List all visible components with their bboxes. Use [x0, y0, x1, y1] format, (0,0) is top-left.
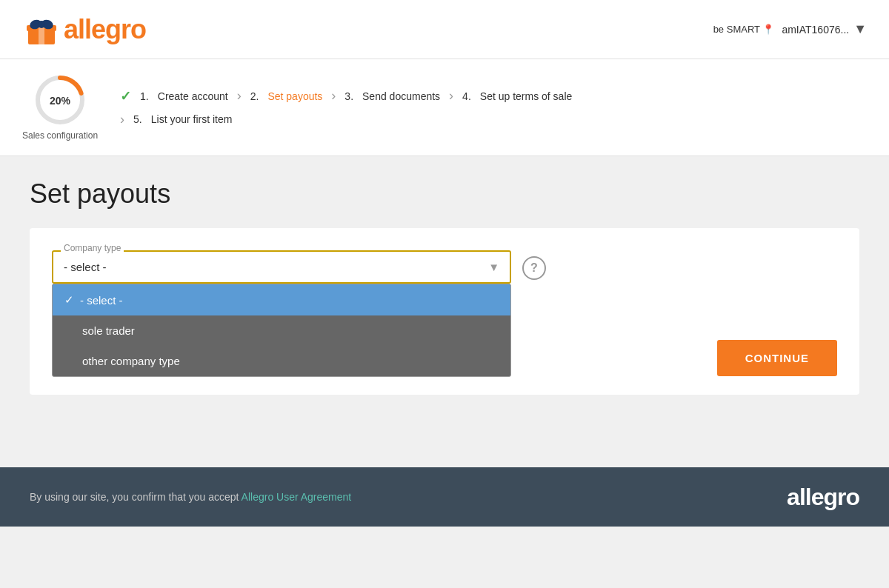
- logo: allegro: [22, 10, 146, 49]
- step2-label: Set payouts: [267, 90, 322, 102]
- step3-arrow-icon: ›: [331, 88, 336, 104]
- be-smart-label: be SMART 📍: [713, 24, 775, 35]
- field-group: Company type - select - ▼ ✓ - select - s…: [52, 250, 837, 284]
- circle-progress: 20% Sales configuration: [22, 74, 98, 141]
- header: allegro be SMART 📍 amIAT16076... ▼: [0, 0, 889, 59]
- select-chevron-icon: ▼: [488, 261, 499, 273]
- step4-arrow-icon: ›: [449, 88, 453, 104]
- sales-config-label: Sales configuration: [22, 130, 98, 141]
- company-type-label: Company type: [61, 243, 124, 253]
- header-right: be SMART 📍 amIAT16076... ▼: [713, 21, 867, 37]
- continue-button[interactable]: CONTINUE: [717, 340, 837, 376]
- company-type-field: Company type - select - ▼ ✓ - select - s…: [52, 250, 511, 284]
- step2-arrow-icon: ›: [237, 88, 242, 104]
- form-card: Company type - select - ▼ ✓ - select - s…: [30, 228, 859, 395]
- check-mark: ✓: [64, 293, 74, 307]
- step4-label: Set up terms of sale: [480, 90, 573, 102]
- help-icon[interactable]: ?: [522, 256, 546, 280]
- step5-label: List your first item: [151, 113, 233, 125]
- progress-percent: 20%: [50, 95, 71, 107]
- user-agreement-link[interactable]: Allegro User Agreement: [242, 491, 352, 503]
- step1-check-icon: ✓: [120, 88, 131, 104]
- page-title: Set payouts: [30, 178, 859, 210]
- dropdown-option-select[interactable]: ✓ - select -: [53, 284, 510, 315]
- steps-container: ✓ 1. Create account › 2. Set payouts › 3…: [120, 88, 867, 127]
- step5-arrow-icon: ›: [120, 112, 124, 127]
- footer: By using our site, you confirm that you …: [0, 467, 889, 527]
- svg-point-5: [38, 21, 45, 28]
- footer-text: By using our site, you confirm that you …: [30, 491, 351, 503]
- step1-label: Create account: [158, 90, 228, 102]
- dropdown-option-sole-trader[interactable]: sole trader: [53, 315, 510, 346]
- company-type-select[interactable]: - select - ▼: [52, 250, 511, 284]
- dropdown-option-other[interactable]: other company type: [53, 346, 510, 376]
- account-chevron-icon[interactable]: ▼: [853, 21, 867, 37]
- username-label: amIAT16076...: [782, 24, 849, 36]
- main-content: Set payouts Company type - select - ▼ ✓ …: [0, 156, 889, 467]
- pin-icon: 📍: [762, 24, 774, 35]
- selected-option-label: - select -: [64, 261, 107, 273]
- logo-text: allegro: [64, 14, 146, 45]
- step3-label: Send documents: [362, 90, 440, 102]
- dropdown-list: ✓ - select - sole trader other company t…: [52, 284, 511, 377]
- footer-logo: allegro: [787, 484, 859, 511]
- user-account[interactable]: amIAT16076... ▼: [782, 21, 867, 37]
- progress-section: 20% Sales configuration ✓ 1. Create acco…: [0, 59, 889, 156]
